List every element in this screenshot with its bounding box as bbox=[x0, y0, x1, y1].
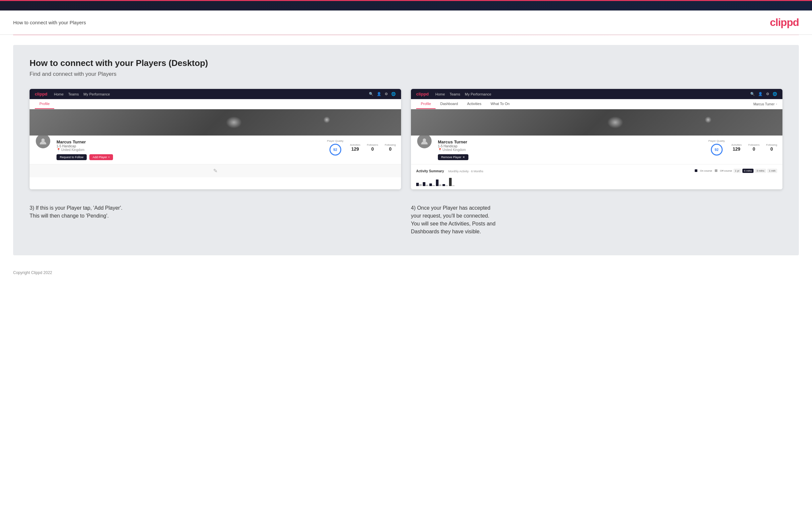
footer: Copyright Clippd 2022 bbox=[0, 265, 812, 280]
following-stat-2: Following 0 bbox=[766, 144, 777, 152]
user-icon-1: 👤 bbox=[377, 92, 382, 96]
filter-1yr[interactable]: 1 yr bbox=[733, 169, 741, 173]
screenshots-row: clippd Home Teams My Performance 🔍 👤 ⚙ 🌐… bbox=[30, 89, 782, 189]
mock-profile-section-2: Marcus Turner 1-5 Handicap 📍 United King… bbox=[411, 135, 782, 164]
quality-circle-2: 92 bbox=[711, 144, 723, 156]
followers-value-2: 0 bbox=[748, 146, 759, 152]
mock-activity-section-2: Activity Summary Monthly Activity · 6 Mo… bbox=[411, 164, 782, 189]
mock-activity-header-2: Activity Summary Monthly Activity · 6 Mo… bbox=[416, 168, 777, 174]
caption-text-1: 3) If this is your Player tap, 'Add Play… bbox=[30, 204, 401, 220]
chart-bar-offcourse-5 bbox=[445, 185, 448, 186]
activities-label-2: Activities bbox=[731, 144, 742, 146]
globe-icon-1: 🌐 bbox=[391, 92, 396, 96]
mock-nav-links-2: Home Teams My Performance bbox=[435, 92, 491, 96]
chart-bar-oncourse-2 bbox=[423, 182, 425, 186]
location-pin-icon-2: 📍 bbox=[438, 148, 442, 152]
chart-bar-group-3 bbox=[429, 183, 435, 186]
header-divider bbox=[13, 35, 799, 35]
activities-value-1: 129 bbox=[350, 146, 360, 152]
chart-bar-group-6 bbox=[449, 178, 455, 186]
mock-profile-info-2: Marcus Turner 1-5 Handicap 📍 United King… bbox=[438, 139, 703, 160]
settings-icon-1: ⚙ bbox=[385, 92, 388, 96]
quality-label-2: Player Quality bbox=[709, 139, 725, 143]
chart-bar-oncourse-4 bbox=[436, 179, 439, 186]
activity-filters-2: On course Off course 1 yr 6 mths 3 mths … bbox=[695, 169, 777, 173]
chart-bar-group-1 bbox=[416, 183, 422, 186]
mock-nav-icons-1: 🔍 👤 ⚙ 🌐 bbox=[369, 92, 396, 96]
request-follow-button-1[interactable]: Request to Follow bbox=[56, 154, 87, 160]
mock-logo-1: clippd bbox=[35, 92, 47, 97]
tab-what-to-on-2[interactable]: What To On bbox=[486, 99, 514, 109]
filter-6mths[interactable]: 6 mths bbox=[742, 169, 754, 173]
caption-line-4: your request, you'll be connected. bbox=[411, 213, 490, 219]
location-text-1: United Kingdom bbox=[61, 148, 85, 152]
following-label-2: Following bbox=[766, 144, 777, 146]
followers-value-1: 0 bbox=[367, 146, 378, 152]
caption-line-3: 4) Once your Player has accepted bbox=[411, 205, 491, 211]
activity-title-2: Activity Summary bbox=[416, 169, 444, 173]
followers-label-2: Followers bbox=[748, 144, 759, 146]
chevron-down-icon-2: ▾ bbox=[776, 103, 777, 106]
main-content: How to connect with your Players (Deskto… bbox=[13, 45, 799, 255]
chart-bar-group-2 bbox=[423, 182, 428, 186]
activities-label-1: Activities bbox=[350, 144, 360, 146]
filter-3mths[interactable]: 3 mths bbox=[755, 169, 766, 173]
activity-title-group: Activity Summary Monthly Activity · 6 Mo… bbox=[416, 168, 483, 174]
chart-bar-oncourse-1 bbox=[416, 183, 419, 186]
mock-stats-2: Player Quality 92 Activities 129 Followe… bbox=[709, 139, 777, 156]
remove-player-button-2[interactable]: Remove Player ✕ bbox=[438, 154, 468, 160]
quality-circle-1: 92 bbox=[329, 144, 341, 156]
tab-profile-2[interactable]: Profile bbox=[416, 99, 436, 109]
caption-box-2: 4) Once your Player has accepted your re… bbox=[411, 201, 782, 239]
off-course-legend-dot bbox=[715, 169, 717, 172]
mock-banner-1 bbox=[30, 109, 401, 135]
chart-bar-group-4 bbox=[436, 179, 442, 186]
settings-icon-2: ⚙ bbox=[766, 92, 769, 96]
mock-logo-2: clippd bbox=[416, 92, 429, 97]
mock-nav-icons-2: 🔍 👤 ⚙ 🌐 bbox=[750, 92, 777, 96]
tab-profile-1[interactable]: Profile bbox=[35, 99, 54, 109]
tab-dashboard-2[interactable]: Dashboard bbox=[436, 99, 462, 109]
mock-player-name-1: Marcus Turner bbox=[56, 139, 322, 145]
mock-location-1: 📍 United Kingdom bbox=[56, 148, 322, 152]
nav-teams-2: Teams bbox=[450, 92, 460, 96]
add-player-button-1[interactable]: Add Player + bbox=[89, 154, 113, 160]
chart-bar-offcourse-4 bbox=[439, 184, 442, 186]
caption-line-6: Dashboards they have visible. bbox=[411, 229, 481, 234]
following-label-1: Following bbox=[385, 144, 396, 146]
on-course-legend-label: On course bbox=[700, 169, 712, 172]
caption-box-1: 3) If this is your Player tap, 'Add Play… bbox=[30, 201, 401, 239]
mock-banner-2 bbox=[411, 109, 782, 135]
nav-performance-1: My Performance bbox=[84, 92, 110, 96]
followers-label-1: Followers bbox=[367, 144, 378, 146]
user-icon-2: 👤 bbox=[758, 92, 763, 96]
captions-row: 3) If this is your Player tap, 'Add Play… bbox=[30, 201, 782, 239]
mock-buttons-2: Remove Player ✕ bbox=[438, 154, 703, 160]
filter-1mth[interactable]: 1 mth bbox=[767, 169, 777, 173]
on-course-legend-dot bbox=[695, 169, 697, 172]
mock-handicap-1: 1-5 Handicap bbox=[56, 145, 322, 148]
header-logo: clippd bbox=[770, 16, 799, 29]
tabs-dropdown-2[interactable]: Marcus Turner ▾ bbox=[754, 99, 777, 109]
caption-line-2: This will then change to 'Pending'. bbox=[30, 213, 109, 219]
search-icon-2: 🔍 bbox=[750, 92, 755, 96]
nav-home-1: Home bbox=[54, 92, 63, 96]
nav-home-2: Home bbox=[435, 92, 445, 96]
screenshot-1: clippd Home Teams My Performance 🔍 👤 ⚙ 🌐… bbox=[30, 89, 401, 189]
mock-handicap-2: 1-5 Handicap bbox=[438, 145, 703, 148]
following-value-1: 0 bbox=[385, 146, 396, 152]
screenshot-2: clippd Home Teams My Performance 🔍 👤 ⚙ 🌐… bbox=[411, 89, 782, 189]
mock-buttons-1: Request to Follow Add Player + bbox=[56, 154, 322, 160]
chart-bar-oncourse-3 bbox=[429, 183, 432, 186]
tab-activities-2[interactable]: Activities bbox=[462, 99, 486, 109]
edit-icon-1: ✎ bbox=[213, 168, 217, 174]
mock-edit-area-1: ✎ bbox=[30, 164, 401, 177]
followers-stat-1: Followers 0 bbox=[367, 144, 378, 152]
mock-chart-area-2 bbox=[416, 176, 777, 186]
mock-banner-bg-1 bbox=[30, 109, 401, 135]
following-value-2: 0 bbox=[766, 146, 777, 152]
location-pin-icon-1: 📍 bbox=[56, 148, 60, 152]
nav-performance-2: My Performance bbox=[465, 92, 492, 96]
tabs-dropdown-label-2: Marcus Turner bbox=[754, 102, 774, 106]
mock-player-name-2: Marcus Turner bbox=[438, 139, 703, 145]
